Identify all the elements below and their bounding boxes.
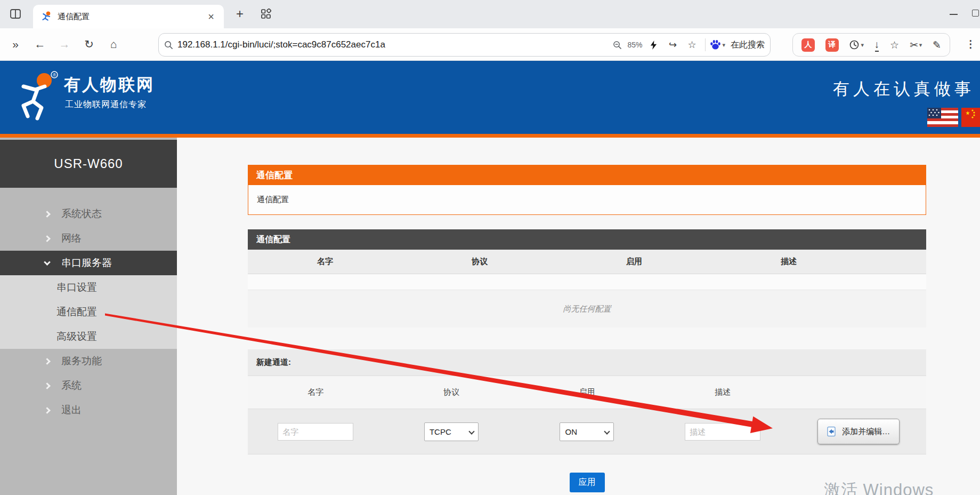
nc-col-description: 描述 (655, 376, 791, 409)
sidebar-menu: 系统状态 网络 串口服务器 串口设置 通信配置 高级设置 服务功能 系统 退出 (0, 188, 177, 422)
new-channel-label: 新建通道: (248, 349, 926, 376)
favorites-star-icon[interactable]: ☆ (890, 39, 899, 51)
chevron-right-icon (44, 407, 51, 414)
tab-group-icon[interactable] (259, 7, 273, 21)
chevron-down-icon (44, 259, 51, 266)
brand-title: 有人物联网 (64, 74, 155, 96)
brand-slogan: 有人在认真做事 (833, 78, 975, 100)
home-icon[interactable]: ⌂ (104, 35, 123, 53)
device-name: USR-W660 (0, 140, 177, 188)
new-channel-section: 新建通道: 名字 协议 启用 描述 TCPC ON 添加并编辑… (248, 349, 926, 454)
table-empty-state: 尚无任何配置 (248, 290, 926, 328)
us-flag-icon[interactable] (927, 108, 958, 127)
accent-strip (0, 134, 980, 138)
channel-name-input[interactable] (278, 423, 353, 441)
downloads-icon[interactable]: ↓ (874, 39, 880, 51)
add-and-edit-button[interactable]: 添加并编辑… (817, 419, 900, 444)
sidebar-item-advanced-settings[interactable]: 高级设置 (0, 324, 177, 349)
pdf-extension-icon[interactable]: 人 (801, 38, 815, 52)
brand-subtitle: 工业物联网通信专家 (65, 99, 147, 110)
apply-button[interactable]: 应用 (570, 473, 605, 492)
url-text[interactable]: 192.168.1.1/cgi-bin/luci/;stok=cac9c87c6… (177, 39, 385, 50)
col-description: 描述 (711, 250, 866, 274)
performance-bolt-icon[interactable] (645, 37, 661, 53)
page-title: 通信配置 (248, 165, 926, 185)
sidebar-item-network[interactable]: 网络 (0, 226, 177, 251)
add-edit-doc-icon (827, 426, 837, 437)
usr-logo: ® (14, 70, 65, 122)
new-channel-input-row: TCPC ON 添加并编辑… (248, 409, 926, 454)
active-tab[interactable]: 通信配置 × (33, 5, 224, 28)
main-content: 通信配置 通信配置 通信配置 名字 协议 启用 描述 尚无任何配置 新建通道: … (177, 138, 980, 495)
address-bar[interactable]: 192.168.1.1/cgi-bin/luci/;stok=cac9c87c6… (158, 33, 771, 57)
serial-server-submenu: 串口设置 通信配置 高级设置 (0, 275, 177, 349)
history-icon[interactable]: ▾ (849, 39, 864, 50)
urlbar-divider (705, 38, 706, 51)
table-header-row: 名字 协议 启用 描述 (248, 250, 926, 274)
toolbar-overflow-icon[interactable]: » (6, 35, 25, 53)
sidebar-item-services[interactable]: 服务功能 (0, 349, 177, 373)
baidu-paw-icon (710, 39, 721, 50)
search-icon (164, 41, 173, 50)
table-blank-row (248, 274, 926, 290)
sidebar-item-logout[interactable]: 退出 (0, 398, 177, 422)
chevron-right-icon (44, 382, 51, 389)
sidebar-item-comm-config[interactable]: 通信配置 (0, 300, 177, 324)
tab-title: 通信配置 (58, 12, 200, 22)
screenshot-scissors-icon[interactable]: ✂▾ (910, 39, 922, 51)
tab-close-icon[interactable]: × (205, 10, 217, 23)
baidu-search-button[interactable]: ▾ (710, 39, 725, 50)
col-protocol: 协议 (402, 250, 557, 274)
browser-toolbar: » ← → ↻ ⌂ 192.168.1.1/cgi-bin/luci/;stok… (0, 28, 980, 61)
chevron-right-icon (44, 211, 51, 218)
nc-col-protocol: 协议 (384, 376, 520, 409)
zoom-out-icon[interactable] (609, 37, 625, 53)
protocol-select[interactable]: TCPC (424, 422, 479, 441)
comm-config-table: 通信配置 名字 协议 启用 描述 尚无任何配置 (248, 229, 926, 328)
usr-favicon (42, 11, 52, 22)
window-minimize-button[interactable] (950, 14, 958, 15)
favorite-star-icon[interactable]: ☆ (684, 37, 700, 53)
table-title: 通信配置 (248, 229, 926, 250)
new-channel-header-row: 名字 协议 启用 描述 (248, 376, 926, 409)
history-caret-icon[interactable]: ▾ (861, 42, 864, 49)
windows-activation-watermark: 激活 Windows (824, 479, 934, 495)
search-here-label[interactable]: 在此搜索 (731, 39, 765, 51)
col-name: 名字 (248, 250, 402, 274)
language-flags (927, 108, 980, 127)
browser-tab-bar: 通信配置 × + (0, 0, 980, 28)
sidebar: USR-W660 系统状态 网络 串口服务器 串口设置 通信配置 高级设置 服务… (0, 138, 177, 495)
sidebar-item-serial-server[interactable]: 串口服务器 (0, 251, 177, 275)
window-maximize-button[interactable] (972, 10, 979, 17)
new-tab-button[interactable]: + (232, 6, 247, 21)
svg-text:®: ® (53, 73, 56, 78)
nc-col-enable: 启用 (519, 376, 655, 409)
chevron-right-icon (44, 358, 51, 365)
col-enable: 启用 (557, 250, 711, 274)
reload-icon[interactable]: ↻ (80, 35, 98, 53)
scissors-caret-icon[interactable]: ▾ (919, 42, 922, 49)
page-title-body: 通信配置 (248, 185, 926, 215)
extensions-cluster: 人 译 ▾ ↓ ☆ ✂▾ ✎ (792, 33, 950, 57)
pen-notes-icon[interactable]: ✎ (933, 39, 941, 51)
nc-col-name: 名字 (248, 376, 384, 409)
chevron-right-icon (44, 235, 51, 242)
translate-extension-icon[interactable]: 译 (825, 38, 839, 52)
share-icon[interactable]: ↪ (665, 37, 681, 53)
sidebar-item-system[interactable]: 系统 (0, 373, 177, 398)
back-icon[interactable]: ← (31, 35, 49, 53)
browser-menu-icon[interactable]: ⋮ (966, 38, 976, 50)
brand-header: ® 有人物联网 工业物联网通信专家 有人在认真做事 (0, 61, 980, 134)
sidebar-item-system-status[interactable]: 系统状态 (0, 202, 177, 226)
cn-flag-icon[interactable] (961, 108, 980, 127)
forward-icon: → (55, 35, 74, 53)
enable-select[interactable]: ON (560, 422, 614, 441)
sidebar-item-serial-settings[interactable]: 串口设置 (0, 275, 177, 300)
baidu-caret-icon[interactable]: ▾ (722, 42, 725, 49)
split-view-icon[interactable] (9, 7, 22, 21)
channel-desc-input[interactable] (685, 423, 760, 441)
zoom-level[interactable]: 85% (627, 41, 642, 49)
